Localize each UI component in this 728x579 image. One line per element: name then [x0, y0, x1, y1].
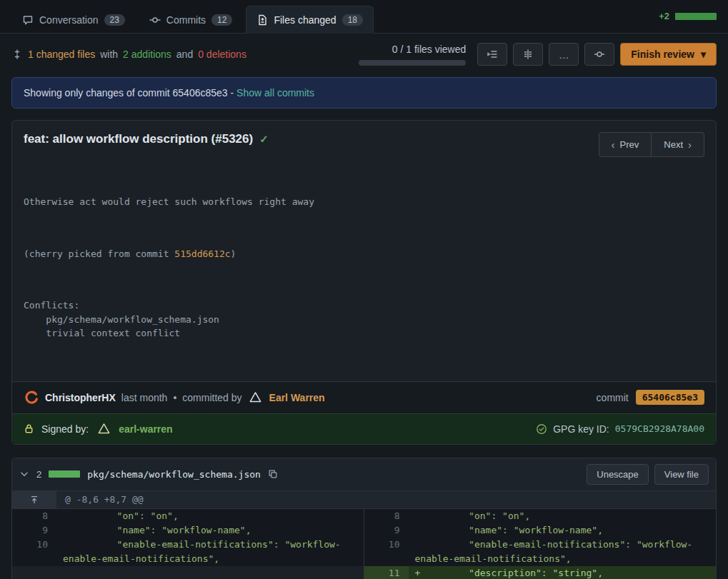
additions-count: 2 additions: [123, 49, 171, 60]
diff-file-header: 2 pkg/schema/workflow_schema.json Unesca…: [12, 458, 716, 490]
hunk-header-text: @ -8,6 +8,7 @@: [56, 491, 144, 508]
commit-pager: ‹ Prev Next ›: [599, 132, 704, 157]
commit-message-line: Otherwise act would reject such workflow…: [24, 195, 704, 209]
tab-conversation[interactable]: Conversation 23: [11, 6, 136, 34]
tab-files-changed-count: 18: [342, 14, 363, 26]
commit-sha-badge[interactable]: 65406c85e3: [636, 390, 704, 405]
files-viewed-bar: [359, 60, 466, 66]
conversation-icon: [22, 14, 34, 26]
left-line-number[interactable]: 10: [12, 538, 56, 566]
prev-label: Prev: [620, 139, 639, 150]
diff-row: 10 "enable-email-notifications": "workfl…: [12, 538, 716, 566]
diff-toolbar: 0 / 1 files viewed … Finish review ▾: [359, 43, 717, 66]
plus-sign: +: [415, 566, 424, 579]
caret-down-icon: ▾: [701, 49, 706, 60]
code-text: "on": "on",: [424, 510, 531, 521]
gpg-key-value: 0579CB2928A78A00: [615, 423, 704, 434]
tab-commits[interactable]: Commits 12: [139, 6, 244, 34]
prev-commit-button[interactable]: ‹ Prev: [599, 132, 652, 157]
ci-success-icon[interactable]: ✓: [259, 133, 269, 146]
cherry-pick-text-end: ): [231, 248, 236, 259]
file-name[interactable]: pkg/schema/workflow_schema.json: [87, 469, 261, 480]
cherry-pick-hash-link[interactable]: 515dd6612c: [174, 248, 230, 259]
summary-sep1: with: [100, 49, 118, 60]
committer-avatar[interactable]: [248, 390, 264, 406]
left-code-line[interactable]: "enable-email-notifications": "workflow-…: [56, 538, 364, 566]
commit-message: Otherwise act would reject such workflow…: [12, 167, 716, 381]
right-code-line[interactable]: "enable-email-notifications": "workflow-…: [409, 538, 717, 566]
top-diffstat: +2: [659, 11, 717, 33]
commit-filter-banner: Showing only changes of commit 65406c85e…: [11, 77, 717, 109]
author-avatar[interactable]: [24, 390, 39, 406]
tab-files-changed[interactable]: Files changed 18: [246, 6, 374, 34]
left-code-line[interactable]: "name": "workflow-name",: [56, 523, 364, 538]
next-label: Next: [664, 139, 683, 150]
expand-hunk-button[interactable]: [12, 491, 56, 508]
right-line-number[interactable]: 9: [364, 523, 409, 538]
tab-conversation-count: 23: [104, 14, 125, 26]
commit-header: feat: allow workflow description (#5326)…: [12, 121, 716, 167]
tab-files-changed-label: Files changed: [274, 14, 336, 26]
chevron-left-icon: ‹: [612, 139, 615, 151]
tab-conversation-label: Conversation: [39, 14, 99, 26]
next-commit-button[interactable]: Next ›: [652, 132, 704, 157]
lock-icon: [24, 423, 34, 434]
hunk-header-row: @ -8,6 +8,7 @@: [12, 490, 716, 509]
verified-shield-icon: [536, 423, 547, 435]
unescape-button[interactable]: Unescape: [587, 464, 649, 485]
signer-name[interactable]: earl-warren: [119, 423, 172, 435]
right-line-number[interactable]: 11: [364, 566, 409, 579]
diff-view-style-button[interactable]: [513, 43, 543, 66]
finish-review-button[interactable]: Finish review ▾: [620, 43, 717, 66]
code-text: "enable-email-notifications": "workflow-…: [63, 539, 341, 564]
commit-sha-group: commit 65406c85e3: [597, 390, 704, 405]
tab-commits-count: 12: [211, 14, 232, 26]
right-code-line[interactable]: "on": "on",: [409, 509, 717, 523]
commit-card: feat: allow workflow description (#5326)…: [11, 120, 717, 445]
commit-icon: [149, 14, 161, 26]
commit-title-text: feat: allow workflow description (#5326): [24, 132, 253, 146]
top-diffstat-additions: +2: [659, 11, 669, 21]
gpg-key-label: GPG key ID:: [553, 423, 609, 435]
diff-options-button[interactable]: …: [549, 43, 579, 66]
commit-author-row: ChristopherHX last month • committed by …: [12, 381, 716, 413]
left-code-line[interactable]: "on": "on",: [56, 509, 364, 523]
left-code-line-empty: [56, 566, 364, 579]
file-changes-count: 2: [36, 469, 41, 480]
collapse-file-icon[interactable]: [19, 469, 29, 479]
conflicts-line2: pkg/schema/workflow_schema.json: [24, 314, 219, 325]
review-settings-button[interactable]: [584, 43, 614, 66]
chevron-right-icon: ›: [688, 139, 692, 151]
file-tree-toggle-button[interactable]: [477, 43, 507, 66]
copy-filename-icon[interactable]: [268, 469, 278, 479]
diff-stats-icon: [11, 49, 23, 60]
commit-title: feat: allow workflow description (#5326)…: [24, 132, 269, 146]
commit-conflicts-block: Conflicts: pkg/schema/workflow_schema.js…: [24, 298, 704, 341]
right-line-number[interactable]: 8: [364, 509, 409, 523]
gpg-key-group: GPG key ID: 0579CB2928A78A00: [536, 423, 704, 435]
right-code-line[interactable]: "name": "workflow-name",: [409, 523, 717, 538]
code-text: "description": "string",: [424, 568, 603, 578]
signer-avatar[interactable]: [96, 421, 111, 437]
dot-separator: •: [173, 392, 176, 403]
summary-sep2: and: [176, 49, 193, 60]
commit-label: commit: [597, 392, 629, 403]
diff-summary: 1 changed files with 2 additions and 0 d…: [11, 49, 246, 60]
right-line-number[interactable]: 10: [364, 538, 409, 566]
view-file-button[interactable]: View file: [654, 464, 709, 485]
left-line-number[interactable]: 8: [12, 509, 56, 523]
left-line-number-empty: [12, 566, 56, 579]
diff-row: 9 "name": "workflow-name", 9 "name": "wo…: [12, 523, 716, 538]
file-header-buttons: Unescape View file: [587, 464, 709, 485]
file-diffstat-bar: [49, 470, 80, 478]
files-viewed-label: 0 / 1 files viewed: [392, 44, 467, 55]
banner-text: Showing only changes of commit 65406c85e…: [24, 87, 234, 99]
right-code-line-added[interactable]: + "description": "string",: [409, 566, 717, 579]
author-name[interactable]: ChristopherHX: [45, 392, 116, 403]
ellipsis-icon: …: [559, 49, 569, 61]
code-text: "name": "workflow-name",: [424, 525, 603, 535]
committer-name[interactable]: Earl Warren: [269, 392, 325, 403]
show-all-commits-link[interactable]: Show all commits: [236, 87, 314, 99]
code-text: "enable-email-notifications": "workflow-…: [415, 539, 693, 564]
left-line-number[interactable]: 9: [12, 523, 56, 538]
